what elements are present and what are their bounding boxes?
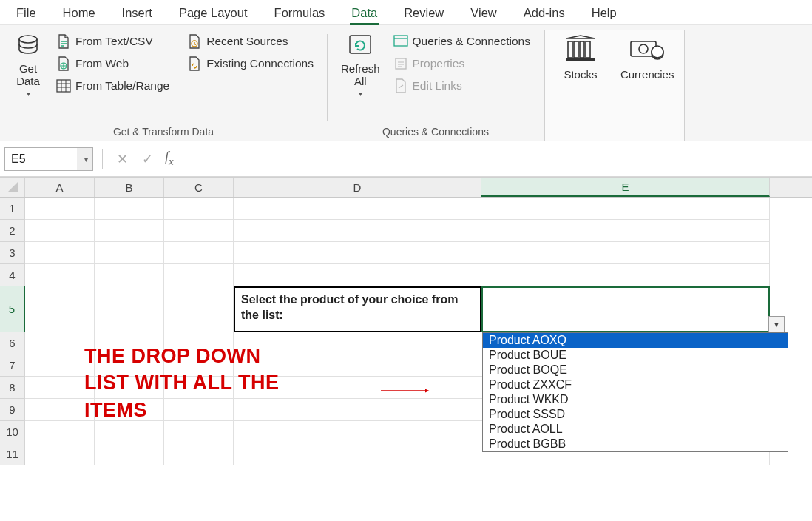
svg-rect-11	[586, 41, 590, 58]
datatype-stocks-button[interactable]: Stocks	[563, 33, 598, 81]
row-header-6[interactable]: 6	[0, 332, 25, 354]
existing-connections-label: Existing Connections	[206, 57, 314, 70]
tab-data[interactable]: Data	[338, 1, 390, 24]
tab-insert[interactable]: Insert	[109, 1, 166, 24]
from-text-csv-button[interactable]: From Text/CSV	[52, 31, 174, 52]
name-box[interactable]: E5 ▾	[4, 147, 93, 171]
cell-D2[interactable]	[234, 220, 481, 242]
col-header-D[interactable]: D	[234, 178, 481, 197]
row-header-10[interactable]: 10	[0, 421, 25, 443]
tab-formulas[interactable]: Formulas	[261, 1, 339, 24]
cell-D10[interactable]	[234, 421, 481, 443]
from-table-range-button[interactable]: From Table/Range	[52, 75, 174, 96]
cell-E1[interactable]	[481, 198, 770, 220]
row-header-4[interactable]: 4	[0, 264, 25, 286]
caret-down-icon: ▾	[359, 90, 362, 98]
edit-links-button: Edit Links	[389, 75, 535, 96]
dropdown-button[interactable]: ▼	[768, 316, 785, 332]
cell-A2[interactable]	[25, 220, 95, 242]
recent-sources-label: Recent Sources	[206, 35, 288, 48]
dropdown-item[interactable]: Product BOUE	[483, 348, 788, 363]
tab-add-ins[interactable]: Add-ins	[510, 1, 578, 24]
file-text-icon	[56, 34, 71, 49]
cell-E3[interactable]	[481, 242, 770, 264]
row-header-7[interactable]: 7	[0, 354, 25, 377]
col-header-C[interactable]: C	[164, 178, 234, 197]
select-all-corner[interactable]	[0, 178, 25, 197]
cell-D11[interactable]	[234, 443, 481, 465]
datatype-currencies-button[interactable]: Currencies	[620, 33, 674, 81]
cell-C1[interactable]	[164, 198, 234, 220]
recent-sources-button[interactable]: Recent Sources	[183, 31, 318, 52]
cell-B2[interactable]	[95, 220, 164, 242]
row-header-5[interactable]: 5	[0, 286, 25, 332]
cell-C10[interactable]	[164, 421, 234, 443]
cell-A5[interactable]	[25, 286, 95, 332]
row-header-9[interactable]: 9	[0, 399, 25, 421]
accept-formula-button[interactable]: ✓	[137, 149, 158, 169]
cell-B11[interactable]	[95, 443, 164, 465]
cancel-formula-button[interactable]: ✕	[112, 149, 132, 169]
cell-D4[interactable]	[234, 264, 481, 286]
col-header-E[interactable]: E	[481, 178, 770, 197]
cell-A3[interactable]	[25, 242, 95, 264]
cell-A10[interactable]	[25, 421, 95, 443]
dropdown-item[interactable]: Product BOQE	[483, 363, 788, 377]
cell-B3[interactable]	[95, 242, 164, 264]
group-get-transform-label: Get & Transform Data	[9, 124, 318, 141]
svg-rect-10	[580, 41, 584, 58]
refresh-all-label: Refresh All	[341, 62, 380, 88]
cell-B4[interactable]	[95, 264, 164, 286]
queries-connections-button[interactable]: Queries & Connections	[389, 31, 535, 52]
row-header-2[interactable]: 2	[0, 220, 25, 242]
dropdown-item[interactable]: Product ZXXCF	[483, 377, 788, 392]
cell-E5[interactable]: ▼	[481, 286, 770, 332]
cell-A4[interactable]	[25, 264, 95, 286]
tab-help[interactable]: Help	[578, 1, 630, 24]
col-header-B[interactable]: B	[95, 178, 164, 197]
cell-C2[interactable]	[164, 220, 234, 242]
cell-B10[interactable]	[95, 421, 164, 443]
file-web-icon	[56, 56, 71, 71]
cell-C4[interactable]	[164, 264, 234, 286]
fx-icon[interactable]: fx	[165, 149, 174, 168]
dropdown-item[interactable]: Product WKKD	[483, 392, 788, 407]
cell-D3[interactable]	[234, 242, 481, 264]
col-header-A[interactable]: A	[25, 178, 95, 197]
edit-links-icon	[393, 78, 408, 93]
refresh-all-button[interactable]: Refresh All ▾	[336, 30, 385, 99]
from-web-button[interactable]: From Web	[52, 53, 174, 74]
svg-point-15	[652, 46, 663, 58]
existing-connections-button[interactable]: Existing Connections	[183, 53, 318, 74]
tab-page-layout[interactable]: Page Layout	[166, 1, 261, 24]
cell-B5[interactable]	[95, 286, 164, 332]
separator	[102, 149, 103, 169]
cell-A11[interactable]	[25, 443, 95, 465]
row-header-1[interactable]: 1	[0, 198, 25, 220]
tab-file[interactable]: File	[3, 1, 50, 24]
cell-E2[interactable]	[481, 220, 770, 242]
cell-A1[interactable]	[25, 198, 95, 220]
cell-D1[interactable]	[234, 198, 481, 220]
dropdown-item[interactable]: Product SSSD	[483, 407, 788, 422]
cell-C3[interactable]	[164, 242, 234, 264]
svg-rect-6	[396, 58, 406, 69]
get-data-button[interactable]: Get Data ▾	[9, 30, 47, 99]
cell-B1[interactable]	[95, 198, 164, 220]
cell-D5[interactable]: Select the product of your choice from t…	[234, 286, 481, 332]
row-header-3[interactable]: 3	[0, 242, 25, 264]
dropdown-item[interactable]: Product AOXQ	[483, 333, 788, 348]
cell-C5[interactable]	[164, 286, 234, 332]
dropdown-item[interactable]: Product BGBB	[483, 437, 788, 451]
dropdown-item[interactable]: Product AOLL	[483, 422, 788, 437]
stocks-icon	[563, 33, 598, 65]
row-header-8[interactable]: 8	[0, 377, 25, 399]
cell-E4[interactable]	[481, 264, 770, 286]
tab-review[interactable]: Review	[390, 1, 457, 24]
tab-home[interactable]: Home	[50, 1, 109, 24]
formula-input[interactable]	[183, 147, 808, 171]
dropdown-list[interactable]: Product AOXQ Product BOUE Product BOQE P…	[482, 332, 788, 452]
row-header-11[interactable]: 11	[0, 443, 25, 465]
cell-C11[interactable]	[164, 443, 234, 465]
tab-view[interactable]: View	[457, 1, 510, 24]
